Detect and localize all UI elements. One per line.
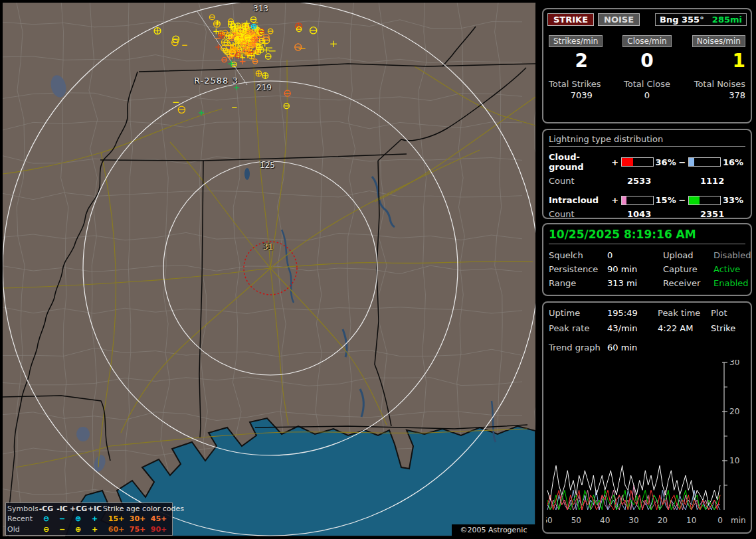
svg-text:20: 20 bbox=[729, 407, 739, 416]
storm-cell-label: R-2588 3 bbox=[194, 76, 238, 86]
legend-col-neg-cg: -CG bbox=[38, 504, 54, 514]
nexstorm-window: 313 219 125 31 R-2588 3 Symbols -CG -IC … bbox=[0, 0, 756, 539]
range-value: 313 mi bbox=[607, 278, 663, 288]
copyright-text: ©2005 Astrogenic Systems bbox=[452, 524, 535, 536]
trend-graph: 1020306050403020100min bbox=[546, 360, 751, 531]
capture-label: Capture bbox=[663, 264, 713, 274]
minus-sign: − bbox=[678, 157, 687, 167]
ic-positive-pct: 15% bbox=[656, 195, 678, 205]
age-45: 45+ bbox=[148, 514, 169, 524]
total-close-label: Total Close bbox=[614, 79, 680, 89]
svg-text:10: 10 bbox=[729, 456, 739, 465]
cg-positive-count: 2533 bbox=[627, 176, 700, 186]
uptime-label: Uptime bbox=[549, 308, 607, 318]
legend-row-recent: Recent bbox=[7, 514, 38, 524]
ring-label-219: 219 bbox=[256, 83, 272, 92]
strike-mode-button[interactable]: STRIKE bbox=[547, 13, 594, 26]
ring-label-313: 313 bbox=[253, 4, 268, 13]
trend-graph-value: 60 min bbox=[607, 343, 658, 352]
distribution-panel: Lightning type distribution Cloud-ground… bbox=[542, 129, 752, 219]
age-15: 15+ bbox=[106, 514, 127, 524]
age-60: 60+ bbox=[106, 524, 127, 534]
svg-text:0: 0 bbox=[717, 516, 723, 525]
noise-mode-button[interactable]: NOISE bbox=[598, 13, 640, 26]
cg-positive-pct: 36% bbox=[656, 157, 678, 167]
legend-symbols-header: Symbols bbox=[7, 504, 38, 514]
strikes-per-min-chip: Strikes/min bbox=[549, 35, 603, 47]
receiver-value: Enabled bbox=[713, 278, 751, 288]
age-90: 90+ bbox=[148, 524, 169, 534]
age-75: 75+ bbox=[127, 524, 148, 534]
cg-negative-count: 1112 bbox=[700, 176, 724, 186]
range-label: Range bbox=[549, 278, 607, 288]
minus-sign: − bbox=[678, 195, 687, 205]
plus-sign: + bbox=[611, 157, 619, 167]
old-pos-ic-icon: + bbox=[86, 524, 103, 534]
peak-time-label: Peak time bbox=[658, 308, 711, 318]
peak-rate-value: 43/min bbox=[607, 323, 658, 333]
upload-label: Upload bbox=[663, 250, 713, 260]
ic-negative-pct: 33% bbox=[723, 195, 745, 205]
cg-positive-bar bbox=[621, 157, 654, 167]
distance-value: 285mi bbox=[712, 15, 742, 25]
svg-text:10: 10 bbox=[686, 516, 696, 525]
plot-value: Strike bbox=[711, 323, 745, 333]
recent-pos-cg-icon: ⊕ bbox=[70, 514, 86, 524]
cg-negative-bar bbox=[688, 157, 721, 167]
ic-positive-bar bbox=[621, 196, 654, 205]
squelch-value: 0 bbox=[607, 250, 663, 260]
cg-count-label: Count bbox=[549, 176, 627, 186]
svg-text:20: 20 bbox=[658, 516, 668, 525]
peak-time-value: 4:22 AM bbox=[658, 323, 711, 333]
cg-negative-pct: 16% bbox=[723, 157, 745, 167]
svg-text:30: 30 bbox=[628, 516, 638, 525]
squelch-label: Squelch bbox=[549, 250, 607, 260]
symbol-legend: Symbols -CG -IC +CG +IC Strike age color… bbox=[5, 502, 173, 536]
plus-sign: + bbox=[611, 195, 619, 205]
svg-text:40: 40 bbox=[600, 516, 610, 525]
session-panel: Uptime 195:49 Peak time Plot Peak rate 4… bbox=[542, 301, 752, 534]
ring-label-125: 125 bbox=[260, 161, 275, 170]
recent-neg-ic-icon: − bbox=[54, 514, 70, 524]
legend-age-title: Strike age color codes bbox=[103, 504, 169, 514]
age-30: 30+ bbox=[127, 514, 148, 524]
legend-col-neg-ic: -IC bbox=[54, 504, 70, 514]
ic-positive-count: 1043 bbox=[627, 209, 700, 219]
upload-value: Disabled bbox=[713, 250, 751, 260]
total-strikes-value: 7039 bbox=[549, 90, 614, 100]
strikes-per-min-value: 2 bbox=[549, 51, 614, 71]
bearing-readout: Bng 355° 285mi bbox=[655, 13, 747, 26]
plot-label: Plot bbox=[711, 308, 745, 318]
legend-col-pos-ic: +IC bbox=[86, 504, 103, 514]
ring-label-31: 31 bbox=[263, 242, 273, 252]
noises-per-min-chip: Noises/min bbox=[692, 35, 745, 47]
capture-value: Active bbox=[713, 264, 751, 274]
svg-text:60: 60 bbox=[546, 516, 553, 525]
close-per-min-value: 0 bbox=[614, 51, 680, 71]
receiver-label: Receiver bbox=[663, 278, 713, 288]
trend-graph-label: Trend graph bbox=[549, 343, 607, 352]
datetime-display: 10/25/2025 8:19:16 AM bbox=[549, 228, 745, 244]
map-area[interactable]: 313 219 125 31 R-2588 3 Symbols -CG -IC … bbox=[3, 3, 535, 536]
bearing-value: Bng 355° bbox=[660, 15, 704, 25]
old-pos-cg-icon: ⊕ bbox=[70, 524, 86, 534]
persistence-value: 90 min bbox=[607, 264, 663, 274]
intracloud-label: Intracloud bbox=[549, 195, 611, 205]
sidebar: STRIKE NOISE Bng 355° 285mi Strikes/min … bbox=[539, 0, 756, 539]
old-neg-cg-icon: ⊖ bbox=[38, 524, 54, 534]
legend-col-pos-cg: +CG bbox=[70, 504, 86, 514]
cloud-ground-label: Cloud-ground bbox=[549, 152, 611, 172]
ic-count-label: Count bbox=[549, 209, 627, 219]
persistence-label: Persistence bbox=[549, 264, 607, 274]
svg-text:30: 30 bbox=[729, 360, 739, 367]
uptime-value: 195:49 bbox=[607, 308, 658, 318]
distribution-title: Lightning type distribution bbox=[549, 134, 745, 147]
legend-row-old: Old bbox=[7, 524, 38, 534]
counters-panel: STRIKE NOISE Bng 355° 285mi Strikes/min … bbox=[542, 8, 752, 123]
noises-per-min-value: 1 bbox=[680, 51, 745, 71]
close-per-min-chip: Close/min bbox=[622, 35, 671, 47]
ic-negative-bar bbox=[688, 196, 721, 205]
total-noises-label: Total Noises bbox=[680, 79, 745, 89]
status-panel: 10/25/2025 8:19:16 AM Squelch 0 Upload D… bbox=[542, 223, 752, 296]
total-noises-value: 378 bbox=[680, 90, 745, 100]
